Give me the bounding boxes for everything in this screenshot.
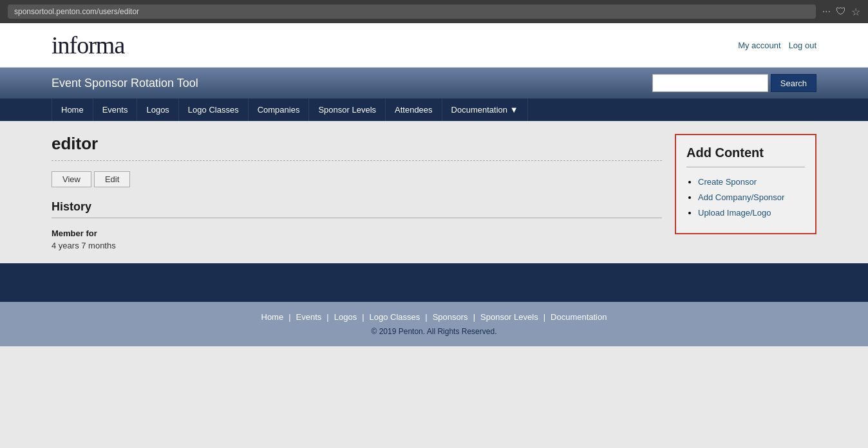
footer-sponsors[interactable]: Sponsors [433, 312, 468, 322]
browser-chrome: sponsortool.penton.com/users/editor ··· … [0, 0, 868, 23]
top-links: My account Log out [738, 41, 816, 50]
search-input[interactable] [652, 74, 768, 92]
sidebar: Add Content Create Sponsor Add Company/S… [675, 134, 816, 250]
nav-bar: HomeEventsLogosLogo ClassesCompaniesSpon… [0, 98, 868, 121]
footer-nav: Home|Events|Logos|Logo Classes|Sponsors|… [52, 312, 816, 322]
footer-light-bar: Home|Events|Logos|Logo Classes|Sponsors|… [0, 302, 868, 346]
nav-item-home[interactable]: Home [52, 98, 93, 121]
nav-item-sponsor-levels[interactable]: Sponsor Levels [309, 98, 386, 121]
content-area: editor View Edit History Member for 4 ye… [0, 121, 868, 263]
url-bar[interactable]: sponsortool.penton.com/users/editor [8, 5, 816, 19]
nav-item-companies[interactable]: Companies [249, 98, 310, 121]
list-item: Add Company/Sponsor [698, 192, 805, 202]
add-company-sponsor-link[interactable]: Add Company/Sponsor [698, 192, 784, 202]
footer-separator: | [321, 312, 334, 322]
list-item: Upload Image/Logo [698, 207, 805, 218]
browser-icons: ··· 🛡 ☆ [822, 6, 860, 18]
search-button[interactable]: Search [771, 74, 816, 92]
logo: informa [52, 31, 124, 59]
footer-copyright: © 2019 Penton. All Rights Reserved. [52, 327, 816, 336]
footer-separator: | [357, 312, 369, 322]
footer-separator: | [538, 312, 551, 322]
add-content-title: Add Content [686, 145, 805, 167]
nav-item-attendees[interactable]: Attendees [386, 98, 442, 121]
nav-item-events[interactable]: Events [93, 98, 138, 121]
footer-separator: | [420, 312, 432, 322]
footer-logo-classes[interactable]: Logo Classes [370, 312, 420, 322]
tab-view[interactable]: View [52, 171, 91, 187]
tab-edit[interactable]: Edit [94, 171, 130, 187]
site-title: Event Sponsor Rotation Tool [52, 77, 198, 90]
nav-item-logos[interactable]: Logos [137, 98, 178, 121]
history-title: History [52, 200, 662, 218]
add-content-list: Create Sponsor Add Company/Sponsor Uploa… [686, 176, 805, 218]
tab-bar: View Edit [52, 171, 662, 187]
member-for-value: 4 years 7 months [52, 241, 662, 250]
top-bar: informa My account Log out [0, 23, 868, 68]
page-wrapper: informa My account Log out Event Sponsor… [0, 23, 868, 448]
footer-home[interactable]: Home [261, 312, 284, 322]
footer-dark-bar [0, 263, 868, 302]
footer-separator: | [468, 312, 480, 322]
header-bar: Event Sponsor Rotation Tool Search [0, 68, 868, 98]
footer-separator: | [283, 312, 296, 322]
nav-item-logo-classes[interactable]: Logo Classes [179, 98, 249, 121]
footer-sponsor-levels[interactable]: Sponsor Levels [480, 312, 538, 322]
footer-documentation[interactable]: Documentation [551, 312, 607, 322]
star-icon[interactable]: ☆ [851, 6, 860, 18]
my-account-link[interactable]: My account [738, 41, 780, 50]
shield-icon[interactable]: 🛡 [836, 6, 846, 18]
footer-events[interactable]: Events [296, 312, 322, 322]
main-content: editor View Edit History Member for 4 ye… [52, 134, 662, 250]
nav-item-documentation[interactable]: Documentation ▼ [442, 98, 528, 121]
page-title: editor [52, 134, 662, 161]
member-for-label: Member for [52, 229, 662, 238]
footer-logos[interactable]: Logos [334, 312, 357, 322]
menu-icon[interactable]: ··· [822, 6, 831, 18]
list-item: Create Sponsor [698, 176, 805, 187]
logout-link[interactable]: Log out [789, 41, 816, 50]
upload-image-logo-link[interactable]: Upload Image/Logo [698, 208, 771, 218]
add-content-box: Add Content Create Sponsor Add Company/S… [675, 134, 816, 234]
history-section: History Member for 4 years 7 months [52, 200, 662, 250]
search-form: Search [652, 74, 816, 92]
create-sponsor-link[interactable]: Create Sponsor [698, 177, 757, 187]
